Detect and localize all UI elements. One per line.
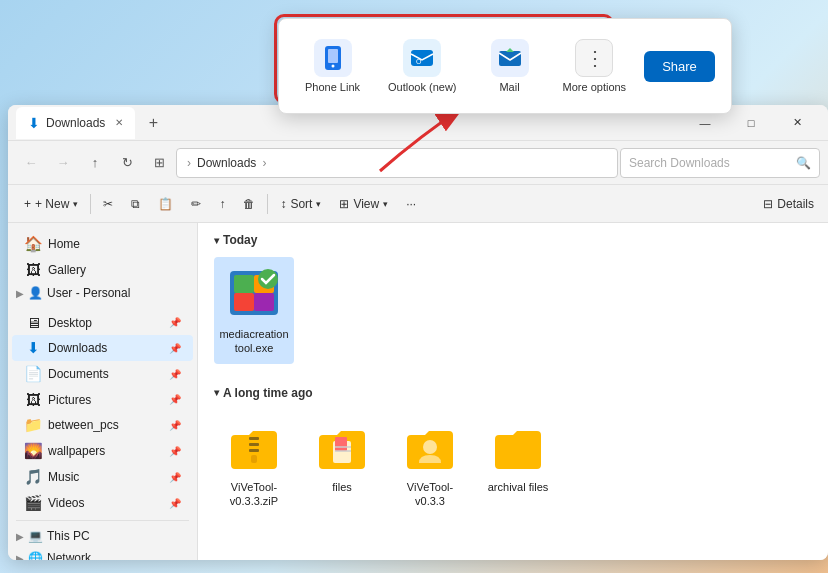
explorer-tab[interactable]: ⬇ Downloads ✕ [16,107,135,139]
sidebar-item-videos[interactable]: 🎬 Videos 📌 [12,490,193,516]
file-vivetool-folder[interactable]: ViVeTool-v0.3.3 [390,410,470,517]
new-tab-button[interactable]: + [139,109,167,137]
delete-button[interactable]: 🗑 [235,190,263,218]
file-name-archival: archival files [488,480,549,494]
new-button[interactable]: + + New ▾ [16,190,86,218]
sidebar-divider [16,520,189,521]
network-icon: 🌐 [28,551,43,560]
view-label: View [353,197,379,211]
phone-link-label: Phone Link [305,81,360,93]
svg-point-2 [331,65,334,68]
details-label: Details [777,197,814,211]
sort-dropdown-icon: ▾ [316,199,321,209]
sidebar-item-downloads[interactable]: ⬇ Downloads 📌 [12,335,193,361]
sidebar-item-wallpapers[interactable]: 🌄 wallpapers 📌 [12,438,193,464]
svg-rect-10 [234,293,254,311]
this-pc-expand-icon: ▶ [16,531,24,542]
copy-button[interactable]: ⧉ [123,190,148,218]
share-phone-link[interactable]: Phone Link [295,33,370,99]
section-long-time-ago: A long time ago [198,376,828,406]
sort-button[interactable]: ↕ Sort ▾ [272,190,329,218]
divider-2 [267,194,268,214]
file-icon-archival [488,418,548,474]
address-bar[interactable]: › Downloads › [176,148,618,178]
sidebar-item-home[interactable]: 🏠 Home [12,231,193,257]
sidebar-item-between-pcs[interactable]: 📁 between_pcs 📌 [12,412,193,438]
file-icon-vivetool-zip [224,418,284,474]
pin-icon-between-pcs: 📌 [169,420,181,431]
search-bar[interactable]: Search Downloads 🔍 [620,148,820,178]
share-more-options[interactable]: ⋮ More options [553,33,637,99]
music-icon: 🎵 [24,468,42,486]
svg-rect-13 [249,437,259,440]
file-name-mediacreationtool: mediacreationtool.exe [218,327,290,356]
paste-icon: 📋 [158,197,173,211]
mail-icon [491,39,529,77]
view-button[interactable]: ⊞ View ▾ [331,190,396,218]
sidebar-label-user: User - Personal [47,286,130,300]
file-archival-folder[interactable]: archival files [478,410,558,517]
divider-1 [90,194,91,214]
user-icon: 👤 [28,286,43,300]
sidebar-label-videos: Videos [48,496,84,510]
rename-button[interactable]: ✏ [183,190,209,218]
svg-text:O: O [416,58,422,65]
svg-rect-3 [411,50,433,66]
close-button[interactable]: ✕ [774,107,820,139]
sidebar: 🏠 Home 🖼 Gallery ▶ 👤 User - Personal 🖥 D… [8,223,198,560]
file-icon-files [312,418,372,474]
up-button[interactable]: ↑ [80,148,110,178]
sort-icon: ↕ [280,197,286,211]
pin-icon-pictures: 📌 [169,394,181,405]
share-mail[interactable]: Mail [475,33,545,99]
sidebar-label-network: Network [47,551,91,560]
search-icon: 🔍 [796,156,811,170]
breadcrumb-separator: › [187,156,191,170]
pin-icon-wallpapers: 📌 [169,446,181,457]
sidebar-item-documents[interactable]: 📄 Documents 📌 [12,361,193,387]
details-button[interactable]: ⊟ Details [757,193,820,215]
cut-button[interactable]: ✂ [95,190,121,218]
sidebar-item-gallery[interactable]: 🖼 Gallery [12,257,193,282]
file-files-folder[interactable]: files [302,410,382,517]
sidebar-item-network[interactable]: ▶ 🌐 Network [8,547,197,560]
svg-rect-1 [328,49,338,63]
new-dropdown-icon: ▾ [73,199,78,209]
breadcrumb-downloads[interactable]: Downloads [197,156,256,170]
share-outlook[interactable]: O Outlook (new) [378,33,466,99]
file-vivetool-zip[interactable]: ViVeTool-v0.3.3.ziP [214,410,294,517]
sidebar-item-desktop[interactable]: 🖥 Desktop 📌 [12,310,193,335]
documents-icon: 📄 [24,365,42,383]
file-mediacreationtool[interactable]: mediacreationtool.exe [214,257,294,364]
sidebar-item-pictures[interactable]: 🖼 Pictures 📌 [12,387,193,412]
file-grid-today: mediacreationtool.exe [198,253,828,376]
share-cmd-button[interactable]: ↑ [211,190,233,218]
sidebar-label-wallpapers: wallpapers [48,444,105,458]
view-toggle-button[interactable]: ⊞ [144,148,174,178]
tab-close-btn[interactable]: ✕ [115,117,123,128]
paste-button[interactable]: 📋 [150,190,181,218]
sidebar-item-music[interactable]: 🎵 Music 📌 [12,464,193,490]
mail-label: Mail [499,81,519,93]
pin-icon-videos: 📌 [169,498,181,509]
refresh-button[interactable]: ↻ [112,148,142,178]
share-popup: Phone Link O Outlook (new) Mail ⋮ More o… [278,18,732,114]
svg-point-21 [423,440,437,454]
forward-button[interactable]: → [48,148,78,178]
cut-icon: ✂ [103,197,113,211]
back-button[interactable]: ← [16,148,46,178]
pictures-icon: 🖼 [24,391,42,408]
sidebar-item-this-pc[interactable]: ▶ 💻 This PC [8,525,197,547]
maximize-button[interactable]: □ [728,107,774,139]
more-cmd-button[interactable]: ··· [398,190,424,218]
videos-icon: 🎬 [24,494,42,512]
sidebar-label-documents: Documents [48,367,109,381]
svg-rect-16 [251,455,257,463]
file-icon-vivetool-folder [400,418,460,474]
sidebar-item-user-personal[interactable]: ▶ 👤 User - Personal [8,282,197,304]
file-name-vivetool-zip: ViVeTool-v0.3.3.ziP [218,480,290,509]
sidebar-label-music: Music [48,470,79,484]
svg-rect-8 [234,275,254,293]
more-cmd-icon: ··· [406,197,416,211]
share-button[interactable]: Share [644,51,715,82]
